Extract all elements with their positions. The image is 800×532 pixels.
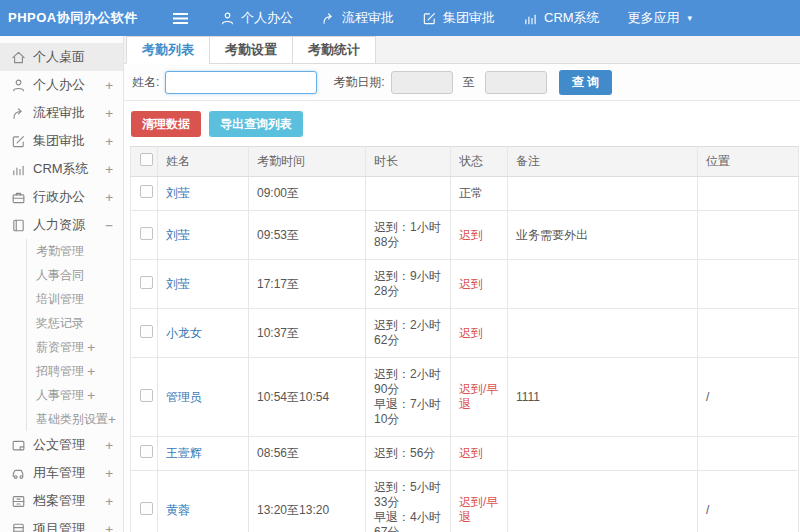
expand-plus-icon: + [105, 522, 113, 532]
remark-cell: 1111 [508, 358, 698, 437]
name-label: 姓名: [132, 74, 159, 91]
row-checkbox[interactable] [140, 227, 153, 240]
table-row: 管理员10:54至10:54迟到：2小时90分早退：7小时10分迟到/早退111… [131, 358, 799, 437]
sidebar-item[interactable]: 项目管理+ [0, 515, 123, 532]
sidebar-submenu: 考勤管理人事合同培训管理奖惩记录薪资管理+招聘管理+人事管理+基础类别设置+ [26, 239, 123, 431]
main-content: 考勤列表考勤设置考勤统计 姓名: 考勤日期: 至 查 询 清理数据 导出查询列表 [124, 36, 800, 532]
column-header: 考勤时间 [249, 147, 366, 177]
sidebar-sub-item-label: 人事合同 [36, 267, 95, 284]
expand-plus-icon: + [87, 364, 95, 379]
employee-name-link[interactable]: 王壹辉 [166, 446, 202, 460]
duration-cell [366, 177, 451, 211]
sidebar-item[interactable]: 个人办公+ [0, 71, 123, 99]
sidebar: 个人桌面个人办公+流程审批+集团审批+CRM系统+行政办公+人力资源−考勤管理人… [0, 36, 124, 532]
location-cell [698, 177, 799, 211]
location-cell [698, 211, 799, 260]
query-button[interactable]: 查 询 [559, 70, 612, 95]
top-nav-item[interactable]: 流程审批 [307, 0, 408, 36]
sidebar-sub-item[interactable]: 薪资管理+ [27, 335, 123, 359]
attendance-time-cell: 08:56至 [249, 437, 366, 471]
row-checkbox[interactable] [140, 325, 153, 338]
project-icon [11, 522, 26, 532]
top-nav-label: 个人办公 [241, 9, 293, 27]
sidebar-sub-item-label: 培训管理 [36, 291, 95, 308]
top-nav-label: 集团审批 [443, 9, 495, 27]
sidebar-item-label: 档案管理 [33, 492, 105, 510]
location-cell: / [698, 358, 799, 437]
attendance-time-cell: 09:00至 [249, 177, 366, 211]
attendance-time-cell: 09:53至 [249, 211, 366, 260]
top-nav-item[interactable]: CRM系统 [509, 0, 614, 36]
attendance-table: 姓名考勤时间时长状态备注位置 刘莹09:00至正常刘莹09:53至迟到：1小时8… [130, 146, 799, 532]
app-logo: PHPOA协同办公软件 [0, 9, 150, 27]
attendance-time-cell: 13:20至13:20 [249, 471, 366, 532]
clean-data-button[interactable]: 清理数据 [131, 111, 201, 137]
export-list-button[interactable]: 导出查询列表 [209, 111, 303, 137]
sidebar-sub-item[interactable]: 培训管理 [27, 287, 123, 311]
column-header: 时长 [366, 147, 451, 177]
date-from-input[interactable] [391, 71, 453, 94]
duration-line: 迟到：2小时62分 [374, 318, 446, 348]
top-header: PHPOA协同办公软件 个人办公流程审批集团审批CRM系统更多应用▾ [0, 0, 800, 36]
share-icon [321, 11, 336, 26]
sidebar-sub-item[interactable]: 人事管理+ [27, 383, 123, 407]
attendance-table-wrap: 姓名考勤时间时长状态备注位置 刘莹09:00至正常刘莹09:53至迟到：1小时8… [130, 146, 800, 532]
employee-name-link[interactable]: 黄蓉 [166, 503, 190, 517]
sidebar-item[interactable]: 流程审批+ [0, 99, 123, 127]
employee-name-link[interactable]: 刘莹 [166, 228, 190, 242]
employee-name-link[interactable]: 刘莹 [166, 277, 190, 291]
row-checkbox[interactable] [140, 389, 153, 402]
table-header-row: 姓名考勤时间时长状态备注位置 [131, 147, 799, 177]
column-header: 备注 [508, 147, 698, 177]
employee-name-link[interactable]: 小龙女 [166, 326, 202, 340]
sidebar-item[interactable]: 行政办公+ [0, 183, 123, 211]
row-checkbox[interactable] [140, 276, 153, 289]
top-nav-item[interactable]: 集团审批 [408, 0, 509, 36]
top-nav-item[interactable]: 个人办公 [206, 0, 307, 36]
sidebar-item-label: 人力资源 [33, 216, 105, 234]
select-all-checkbox[interactable] [140, 153, 153, 166]
sidebar-item-label: CRM系统 [33, 160, 105, 178]
table-row: 黄蓉13:20至13:20迟到：5小时33分早退：4小时67分迟到/早退/ [131, 471, 799, 532]
sidebar-item[interactable]: 用车管理+ [0, 459, 123, 487]
column-header: 状态 [451, 147, 508, 177]
employee-name-link[interactable]: 管理员 [166, 390, 202, 404]
row-checkbox[interactable] [140, 445, 153, 458]
top-nav-item[interactable]: 更多应用▾ [614, 0, 707, 36]
sidebar-item-label: 行政办公 [33, 188, 105, 206]
sidebar-sub-item-label: 基础类别设置 [36, 411, 108, 428]
sidebar-item[interactable]: 档案管理+ [0, 487, 123, 515]
status-badge: 迟到 [459, 446, 483, 460]
home-icon [11, 50, 26, 65]
sidebar-item[interactable]: 个人桌面 [0, 43, 123, 71]
tab-attendance-list[interactable]: 考勤列表 [126, 36, 210, 64]
sidebar-sub-item[interactable]: 奖惩记录 [27, 311, 123, 335]
tab-attendance-stats[interactable]: 考勤统计 [292, 36, 376, 64]
attendance-time-cell: 10:37至 [249, 309, 366, 358]
sidebar-item[interactable]: CRM系统+ [0, 155, 123, 183]
hamburger-icon[interactable] [172, 12, 192, 25]
row-checkbox[interactable] [140, 185, 153, 198]
sidebar-sub-item-label: 考勤管理 [36, 243, 95, 260]
table-row: 小龙女10:37至迟到：2小时62分迟到 [131, 309, 799, 358]
sidebar-item[interactable]: 公文管理+ [0, 431, 123, 459]
sidebar-item[interactable]: 人力资源− [0, 211, 123, 239]
employee-name-link[interactable]: 刘莹 [166, 186, 190, 200]
tab-attendance-settings[interactable]: 考勤设置 [209, 36, 293, 64]
sidebar-sub-item[interactable]: 招聘管理+ [27, 359, 123, 383]
expand-plus-icon: + [105, 190, 113, 205]
collapse-minus-icon: − [105, 218, 113, 233]
date-to-input[interactable] [485, 71, 547, 94]
status-badge: 迟到 [459, 326, 483, 340]
status-badge: 正常 [459, 186, 483, 200]
sidebar-sub-item[interactable]: 人事合同 [27, 263, 123, 287]
top-nav-label: 更多应用 [628, 9, 680, 27]
sidebar-sub-item[interactable]: 基础类别设置+ [27, 407, 123, 431]
sidebar-item-label: 集团审批 [33, 132, 105, 150]
sidebar-item[interactable]: 集团审批+ [0, 127, 123, 155]
duration-line: 早退：7小时10分 [374, 397, 446, 427]
sidebar-sub-item[interactable]: 考勤管理 [27, 239, 123, 263]
tab-bar: 考勤列表考勤设置考勤统计 [124, 36, 800, 64]
name-input[interactable] [165, 71, 317, 94]
row-checkbox[interactable] [140, 502, 153, 515]
